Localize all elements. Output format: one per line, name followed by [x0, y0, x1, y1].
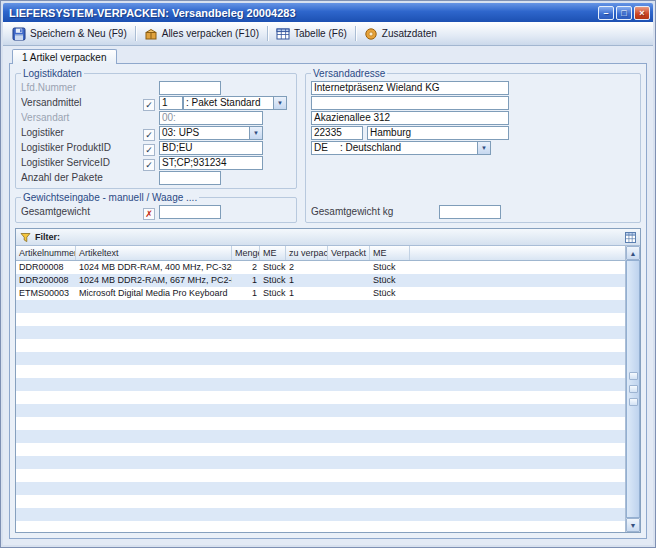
table-cell [286, 313, 328, 326]
table-row[interactable] [16, 300, 625, 313]
gesamtgewicht-cross-icon[interactable]: ✗ [143, 208, 155, 220]
versandart-input[interactable] [159, 111, 263, 125]
pack-all-button[interactable]: Alles verpacken (F10) [139, 24, 264, 44]
table-icon [276, 27, 290, 41]
table-row[interactable] [16, 365, 625, 378]
table-cell [76, 313, 232, 326]
column-header-menge[interactable]: Menge [232, 246, 260, 260]
table-cell-filler [410, 274, 625, 287]
table-cell [76, 300, 232, 313]
table-cell [16, 326, 76, 339]
table-row[interactable] [16, 326, 625, 339]
gesamtgewicht-kg-row: Gesamtgewicht kg [311, 204, 635, 219]
table-cell [232, 508, 260, 521]
table-row[interactable] [16, 482, 625, 495]
column-header-artikelnummer[interactable]: Artikelnummer [16, 246, 76, 260]
extra-data-button[interactable]: Zusatzdaten [359, 24, 442, 44]
table-cell [328, 508, 370, 521]
table-cell [232, 339, 260, 352]
table-row[interactable] [16, 352, 625, 365]
table-row[interactable] [16, 313, 625, 326]
table-cell: 1 [232, 287, 260, 300]
table-cell [76, 482, 232, 495]
save-new-button[interactable]: Speichern & Neu (F9) [7, 24, 132, 44]
table-row[interactable] [16, 508, 625, 521]
column-header-filler [410, 246, 625, 260]
dropdown-arrow-icon[interactable]: ▼ [477, 142, 490, 154]
table-row[interactable] [16, 469, 625, 482]
tab-page: Logistikdaten Lfd.Nummer Versandmittel ✓… [9, 63, 647, 539]
scrollbar-thumb[interactable] [626, 260, 640, 518]
scrollbar-track[interactable] [626, 260, 640, 518]
gesamtgewicht-input[interactable] [159, 205, 221, 219]
lfd-nummer-input[interactable] [159, 81, 221, 95]
table-row[interactable] [16, 430, 625, 443]
package-icon [144, 27, 158, 41]
scroll-down-icon[interactable]: ▼ [626, 518, 640, 532]
column-header-me[interactable]: ME [260, 246, 286, 260]
table-cell [76, 521, 232, 532]
table-row[interactable]: DDR000081024 MB DDR-RAM, 400 MHz, PC-320… [16, 261, 625, 274]
address-street-input[interactable] [311, 111, 509, 125]
service-id-check-icon[interactable]: ✓ [143, 159, 155, 171]
app-window: LIEFERSYSTEM-VERPACKEN: Versandbeleg 200… [0, 0, 656, 548]
table-cell [328, 287, 370, 300]
table-row[interactable]: DDR2000081024 MB DDR2-RAM, 667 MHz, PC2-… [16, 274, 625, 287]
logistiker-combo[interactable]: 03: UPS ▼ [159, 126, 263, 140]
titlebar[interactable]: LIEFERSYSTEM-VERPACKEN: Versandbeleg 200… [3, 3, 653, 22]
versandmittel-combo[interactable]: : Paket Standard ▼ [183, 96, 287, 110]
gesamtgewicht-kg-input[interactable] [439, 205, 501, 219]
anzahl-pakete-row: Anzahl der Pakete [21, 170, 291, 185]
table-cell [328, 443, 370, 456]
table-row[interactable] [16, 404, 625, 417]
dropdown-arrow-icon[interactable]: ▼ [273, 97, 286, 109]
table-cell-filler [410, 456, 625, 469]
address-city-input[interactable] [367, 126, 509, 140]
scroll-up-icon[interactable]: ▲ [626, 246, 640, 260]
table-row[interactable] [16, 339, 625, 352]
versandmittel-code-input[interactable] [159, 96, 183, 110]
table-cell [286, 482, 328, 495]
address-name2-input[interactable] [311, 96, 509, 110]
dropdown-arrow-icon[interactable]: ▼ [249, 127, 262, 139]
close-button[interactable]: × [634, 6, 650, 20]
table-button[interactable]: Tabelle (F6) [271, 24, 352, 44]
filter-funnel-icon[interactable] [20, 232, 31, 243]
table-row[interactable] [16, 417, 625, 430]
table-cell-filler [410, 391, 625, 404]
vertical-scrollbar[interactable]: ▲ ▼ [625, 246, 640, 532]
tab-strip: 1 Artikel verpacken [9, 49, 647, 64]
country-combo[interactable]: DE: Deutschland ▼ [311, 141, 491, 155]
table-row[interactable] [16, 443, 625, 456]
maximize-button[interactable]: □ [616, 6, 632, 20]
table-row[interactable] [16, 378, 625, 391]
table-row[interactable] [16, 456, 625, 469]
column-header-verpackt[interactable]: Verpackt [328, 246, 370, 260]
address-name-input[interactable] [311, 81, 509, 95]
address-zip-input[interactable] [311, 126, 363, 140]
column-header-artikeltext[interactable]: Artikeltext [76, 246, 232, 260]
table-row[interactable] [16, 495, 625, 508]
table-cell [328, 274, 370, 287]
table-cell: 1 [232, 274, 260, 287]
address-country-row: DE: Deutschland ▼ [311, 140, 635, 155]
table-row[interactable]: ETMS00003Microsoft Digital Media Pro Key… [16, 287, 625, 300]
table-cell [232, 378, 260, 391]
field-chooser-icon[interactable] [625, 232, 636, 243]
table-row[interactable] [16, 521, 625, 532]
anzahl-pakete-input[interactable] [159, 171, 221, 185]
tab-artikel-verpacken[interactable]: 1 Artikel verpacken [12, 49, 117, 64]
table-row[interactable] [16, 391, 625, 404]
service-id-input[interactable] [159, 156, 263, 170]
address-name-row [311, 80, 635, 95]
table-cell [76, 430, 232, 443]
column-header-me2[interactable]: ME [370, 246, 410, 260]
produkt-id-input[interactable] [159, 141, 263, 155]
column-header-zu-verpacken[interactable]: zu verpacke [286, 246, 328, 260]
table-cell-filler [410, 313, 625, 326]
versandmittel-check-icon[interactable]: ✓ [143, 99, 155, 111]
minimize-button[interactable]: – [598, 6, 614, 20]
table-cell [260, 313, 286, 326]
gesamtgewicht-row: Gesamtgewicht ✗ [21, 204, 291, 219]
table-cell [328, 495, 370, 508]
